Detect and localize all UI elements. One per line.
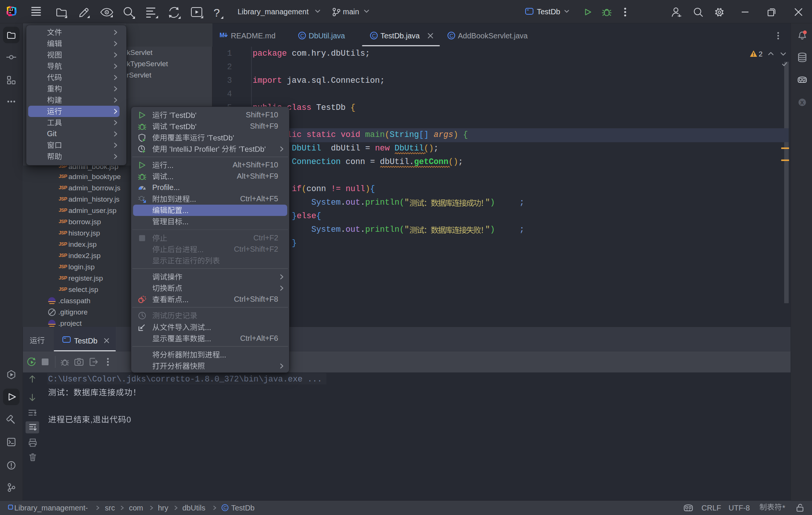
svg-text:IJ: IJ [9, 8, 13, 12]
svg-text:X: X [800, 99, 804, 106]
svg-text:C: C [450, 33, 453, 39]
svg-text:?: ? [214, 6, 220, 19]
svg-text:C: C [372, 33, 376, 39]
svg-text:M: M [220, 32, 224, 38]
svg-text:C: C [223, 505, 227, 510]
svg-text:C: C [300, 33, 304, 39]
